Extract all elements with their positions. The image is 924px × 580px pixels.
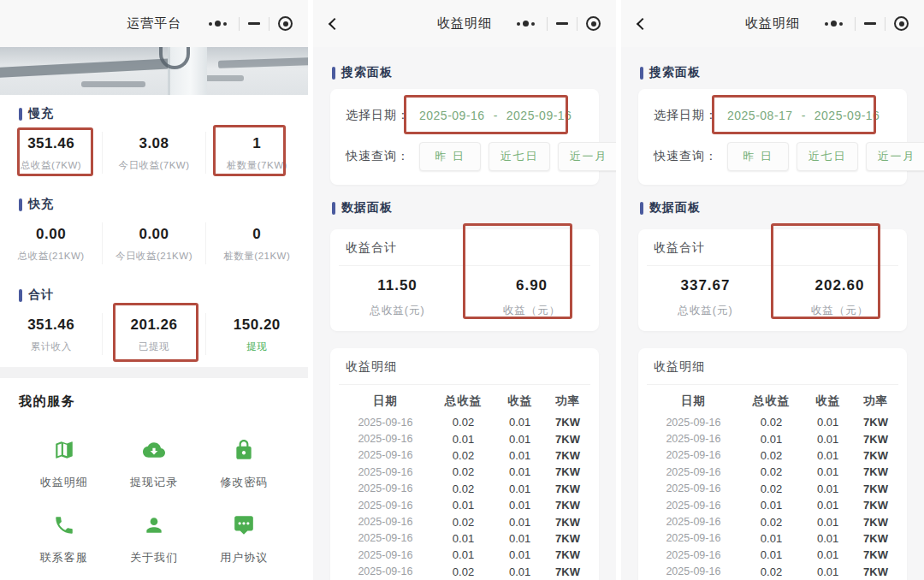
table-row: 2025-09-16 0.02 0.01 7KW [647, 564, 898, 580]
fast-charge-stats: 0.00 总收益(21KW) 0.00 今日收益(21KW) 0 桩数量(21K… [0, 212, 308, 276]
accent-bar [332, 67, 335, 80]
withdraw-link[interactable]: 提现 [206, 340, 308, 353]
cell-power: 7KW [853, 565, 898, 578]
stat-total-income-7kw: 351.46 总收益(7KW) [0, 132, 102, 174]
date-to[interactable]: 2025-09-16 [814, 109, 880, 122]
date-select-row: 选择日期： 2025-08-17 - 2025-09-16 [654, 101, 891, 130]
table-row: 2025-09-16 0.02 0.01 7KW [647, 481, 898, 497]
cell-date: 2025-09-16 [647, 466, 740, 478]
search-card: 选择日期： 2025-09-16 - 2025-09-16 快速查询： 昨 日 … [330, 89, 599, 185]
cell-income: 0.01 [495, 499, 545, 512]
cell-income: 0.01 [803, 449, 853, 462]
cell-income: 0.01 [495, 416, 545, 429]
close-capsule-icon[interactable] [894, 16, 909, 31]
accent-bar [640, 67, 643, 80]
date-separator: - [802, 109, 806, 122]
more-menu-icon[interactable] [205, 21, 230, 27]
cell-total-income: 0.02 [432, 465, 495, 478]
date-to[interactable]: 2025-09-16 [506, 109, 572, 122]
date-range-picker[interactable]: 2025-09-16 - 2025-09-16 [419, 109, 572, 122]
stat-total-income: 11.50 总收益(元) [330, 277, 465, 318]
close-capsule-icon[interactable] [586, 16, 601, 31]
stat-cumulative-income: 351.46 累计收入 [0, 313, 102, 355]
quick-button-last7days[interactable]: 近七日 [489, 142, 550, 171]
back-button[interactable] [322, 13, 344, 35]
cell-power: 7KW [545, 499, 590, 512]
accent-bar [19, 108, 22, 121]
section-search-panel: 搜索面板 [640, 65, 924, 80]
table-row: 2025-09-16 0.01 0.01 7KW [647, 497, 898, 513]
cell-income: 0.01 [495, 449, 545, 462]
cell-power: 7KW [545, 548, 590, 561]
cell-total-income: 0.01 [432, 433, 495, 446]
cell-date: 2025-09-16 [339, 449, 432, 461]
quick-button-lastmonth[interactable]: 近一月 [558, 142, 616, 171]
summary-stats: 11.50 总收益(元) 6.90 收益（元） [330, 266, 599, 331]
date-separator: - [494, 109, 498, 122]
service-withdraw-records[interactable]: 提现记录 [109, 415, 198, 490]
service-upload[interactable] [109, 565, 198, 580]
cell-power: 7KW [853, 499, 898, 512]
cell-power: 7KW [853, 449, 898, 462]
more-menu-icon[interactable] [513, 21, 538, 27]
stat-today-income-21kw: 0.00 今日收益(21KW) [102, 222, 204, 264]
more-menu-icon[interactable] [821, 21, 846, 27]
cell-total-income: 0.02 [432, 449, 495, 462]
lock-icon [231, 437, 257, 463]
divider [885, 17, 886, 31]
divider [269, 17, 270, 31]
stat-total-income: 337.67 总收益(元) [638, 277, 773, 318]
services-title: 我的服务 [19, 394, 289, 410]
accent-bar [640, 202, 643, 215]
service-change-password[interactable]: 修改密码 [199, 415, 289, 490]
cell-power: 7KW [545, 416, 590, 429]
stat-total-income-21kw: 0.00 总收益(21KW) [0, 222, 102, 264]
income-table: 日期 总收益 收益 功率 2025-09-16 0.02 0.01 7KW 20… [638, 385, 907, 580]
back-chevron-icon [637, 17, 649, 29]
close-capsule-icon[interactable] [278, 16, 293, 31]
cell-total-income: 0.02 [740, 449, 803, 462]
quick-button-yesterday[interactable]: 昨 日 [727, 142, 789, 171]
cell-date: 2025-09-16 [647, 482, 740, 494]
minimize-icon[interactable] [864, 22, 876, 25]
section-total: 合计 [19, 287, 308, 303]
divider [239, 17, 240, 31]
quick-button-last7days[interactable]: 近七日 [797, 142, 858, 171]
charging-station-photo [0, 47, 308, 95]
accent-bar [19, 198, 22, 211]
table-row: 2025-09-16 0.02 0.01 7KW [339, 564, 590, 580]
quick-button-yesterday[interactable]: 昨 日 [419, 142, 481, 171]
cell-power: 7KW [853, 465, 898, 478]
minimize-icon[interactable] [556, 22, 568, 25]
service-income-detail[interactable]: 收益明细 [19, 415, 109, 490]
stat-withdrawable: 150.20 提现 [205, 313, 308, 355]
cell-income: 0.01 [803, 565, 853, 578]
back-button[interactable] [630, 13, 652, 35]
cell-income: 0.01 [495, 482, 545, 495]
cell-total-income: 0.02 [740, 482, 803, 495]
cell-total-income: 0.02 [740, 565, 803, 578]
minimize-icon[interactable] [248, 22, 260, 25]
cell-total-income: 0.02 [432, 416, 495, 429]
income-table: 日期 总收益 收益 功率 2025-09-16 0.02 0.01 7KW 20… [330, 385, 599, 580]
service-about-us[interactable]: 关于我们 [109, 490, 198, 565]
table-row: 2025-09-16 0.02 0.01 7KW [647, 464, 898, 480]
date-range-picker[interactable]: 2025-08-17 - 2025-09-16 [727, 109, 880, 122]
accent-bar [332, 202, 335, 215]
cell-date: 2025-09-16 [647, 532, 740, 544]
service-user-agreement[interactable]: 用户协议 [199, 490, 289, 565]
cell-income: 0.01 [803, 465, 853, 478]
my-services-card: 我的服务 收益明细 提现记录 [0, 378, 308, 580]
cell-date: 2025-09-16 [339, 417, 432, 429]
cell-power: 7KW [545, 465, 590, 478]
service-contact-support[interactable]: 联系客服 [19, 490, 109, 565]
cell-power: 7KW [545, 433, 590, 446]
service-share[interactable] [19, 565, 109, 580]
table-row: 2025-09-16 0.02 0.01 7KW [339, 464, 590, 480]
date-from[interactable]: 2025-08-17 [727, 109, 793, 122]
cell-date: 2025-09-16 [339, 466, 432, 478]
stat-income: 6.90 收益（元） [465, 277, 599, 318]
date-from[interactable]: 2025-09-16 [419, 109, 485, 122]
cell-total-income: 0.02 [432, 516, 495, 529]
quick-button-lastmonth[interactable]: 近一月 [866, 142, 924, 171]
